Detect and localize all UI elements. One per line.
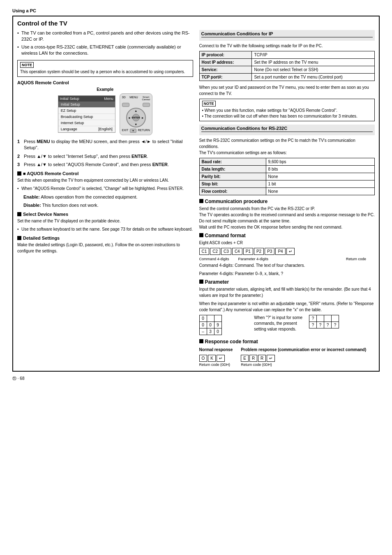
intro-bullets: The TV can be controlled from a PC, cont…: [17, 30, 193, 57]
select-device-bullet: Use the software keyboard to set the nam…: [17, 226, 193, 232]
param-note-text: When "?" is input for some commands, the…: [254, 315, 305, 336]
pq1-c3: ?: [332, 322, 339, 328]
comm-rs232c-intro: Set the RS-232C communication settings o…: [199, 137, 375, 156]
param-q-row-1: ? ? ? ?: [309, 322, 339, 328]
page-number: ⑪ · 68: [12, 376, 380, 382]
param-row-2: – 3 0: [199, 328, 221, 335]
menu-item-lang-label: Language: [61, 127, 77, 131]
p2-c2: 0: [214, 328, 221, 335]
cmd-label-ret: Return code: [346, 257, 375, 261]
rs232c-row-5: Flow control: None: [199, 188, 375, 195]
rs232c-value-4: 1 bit: [266, 180, 374, 188]
rs232c-value-3: None: [266, 173, 374, 180]
param-tables-section: 0 0 0 9 –: [199, 315, 375, 336]
cmd-detail2: Parameter 4-digits: Parameter 0–9, x, bl…: [199, 271, 375, 277]
response-format-title: Response code format: [205, 339, 258, 345]
remote-buttons: 3D MENU SmartCentral ▲ ◄ ENTER ►: [120, 93, 152, 135]
p0-c0: 0: [199, 315, 207, 322]
btn-3d: 3D: [122, 96, 126, 101]
ip-label-1: IP protocol:: [199, 51, 252, 59]
aquos-rc-icon: [17, 171, 21, 176]
comm-procedure-title: Communication procedure: [205, 199, 268, 204]
nav-right: ►: [141, 116, 144, 119]
aquos-disable: Disable: This function does not work.: [17, 202, 193, 209]
resp-o: O: [199, 355, 208, 362]
aquos-disable-text: This function does not work.: [42, 203, 99, 208]
ip-label-3: Service:: [199, 66, 252, 74]
p0-c2: [214, 315, 221, 322]
param-row-0: 0: [199, 315, 221, 322]
ip-row-1: IP protocol: TCP/IP: [199, 51, 375, 59]
btn-smart: SmartCentral: [142, 96, 150, 101]
remote-top-row: 3D MENU SmartCentral: [122, 96, 150, 101]
note-box-2: NOTE • When you use this function, make …: [199, 99, 375, 121]
cmd-format-block: Command format Eight ASCII codes + CR C1…: [199, 233, 375, 277]
bottom-remote-row: EXIT ▼ RETURN: [122, 129, 150, 133]
step-2: 2 Press ▲/▼ to select "Internet Setup", …: [17, 153, 193, 160]
step-1-num: 1: [17, 139, 22, 151]
step-3-text: Press ▲/▼ to select "AQUOS Remote Contro…: [24, 162, 193, 168]
cmd-c4: C4: [232, 248, 242, 255]
ip-value-4: Set a port number on the TV menu (Contro…: [252, 74, 375, 81]
cmd-p2: P2: [254, 248, 264, 255]
rs232c-value-5: None: [266, 188, 374, 195]
nav-down: ▼: [134, 123, 137, 126]
cmd-format-cells: C1 C2 C3 C4 P1 P2 P3 P4 ↵: [199, 248, 375, 255]
parameter-icon: [199, 280, 203, 284]
comm-procedure-body: Send the control commands from the PC vi…: [199, 206, 375, 230]
menu-item-broadcast: Broadcasting Setup: [58, 114, 115, 120]
pq0-c2: [324, 315, 332, 322]
nav-circle: ▲ ◄ ENTER ► ▼: [126, 108, 146, 127]
btn-return: RETURN: [138, 129, 150, 133]
param-table-left: 0 0 0 9 –: [199, 315, 250, 336]
step-1: 1 Press MENU to display the MENU screen,…: [17, 139, 193, 151]
note2-item1: • When you use this function, make setti…: [202, 108, 372, 113]
p2-c1: 3: [207, 328, 214, 335]
comm-ip-intro: Connect to the TV with the following set…: [199, 43, 375, 49]
rs232c-label-4: Stop bit:: [199, 180, 266, 188]
note-label-2: NOTE: [202, 101, 216, 106]
note-text-1: This operation system should be used by …: [20, 69, 190, 75]
aquos-enable: Enable: Allows operation from the connec…: [17, 194, 193, 201]
cmd-labels: Command 4-digits Parameter 4-digits Retu…: [199, 257, 375, 261]
resp-r2: R: [258, 355, 266, 362]
rs232c-label-2: Data length:: [199, 166, 266, 173]
resp-r1: R: [249, 355, 257, 362]
using-pc-label: Using a PC: [12, 8, 380, 13]
menu-header-left: Initial Setup: [60, 97, 79, 101]
two-column-layout: The TV can be controlled from a PC, cont…: [17, 30, 375, 367]
pq0-c0: ?: [309, 315, 317, 322]
menu-item-language: Language [English]: [58, 126, 115, 132]
main-title: Control of the TV: [17, 20, 375, 27]
step-1-text: Press MENU to display the MENU screen, a…: [24, 139, 193, 151]
bullet-1: The TV can be controlled from a PC, cont…: [17, 30, 193, 43]
step-3-num: 3: [17, 162, 22, 168]
detailed-settings-body: Make the detailed settings (Login ID, pa…: [17, 242, 193, 254]
menu-item-initial: Initial Setup: [58, 102, 115, 108]
cmd-p1: P1: [243, 248, 253, 255]
problem-resp-note: Return code (0DH): [241, 363, 366, 367]
btn-down-small: ▼: [130, 129, 136, 133]
detailed-settings-title: Detailed Settings: [23, 236, 60, 240]
rs232c-label-5: Flow control:: [199, 188, 266, 195]
p1-c0: 0: [199, 322, 207, 328]
normal-response-label: Normal response: [199, 347, 233, 353]
select-device-block: Select Device Names Set the name of the …: [17, 212, 193, 232]
menu-header-right: Menu: [104, 97, 113, 101]
ip-row-2: Host IP address: Set the IP address on t…: [199, 59, 375, 66]
ip-row-4: TCP port#: Set a port number on the TV m…: [199, 74, 375, 81]
cmd-detail1: Command 4-digits: Command. The text of f…: [199, 262, 375, 268]
step-3: 3 Press ▲/▼ to select "AQUOS Remote Cont…: [17, 162, 193, 168]
note-label-1: NOTE: [20, 62, 34, 68]
cmd-format-title: Command format: [205, 233, 246, 238]
param-row-1: 0 0 9: [199, 322, 221, 328]
aquos-rc-sub: When "AQUOS Remote Control" is selected,…: [17, 185, 193, 192]
parameter-block: Parameter Input the parameter values, al…: [199, 279, 375, 336]
rs232c-row-1: Baud rate: 9,600 bps: [199, 158, 375, 166]
btn-exit: EXIT: [122, 129, 129, 133]
rs232c-label-3: Parity bit:: [199, 173, 266, 180]
example-label: Example: [17, 87, 193, 92]
aquos-enable-text: Allows operation from the connected equi…: [41, 194, 137, 199]
param-body1: Input the parameter values, aligning lef…: [199, 286, 375, 298]
btn-left-small: [122, 103, 129, 107]
